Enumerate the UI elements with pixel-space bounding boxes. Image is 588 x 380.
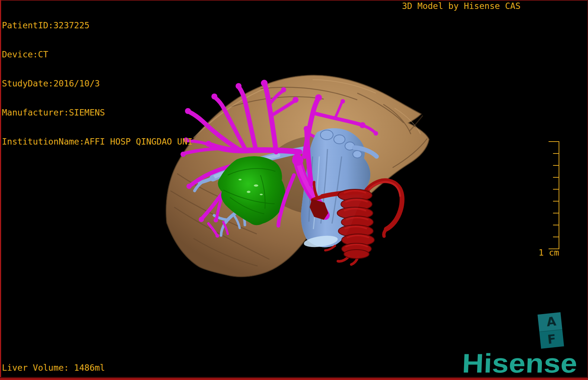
patient-id: PatientID:3237225: [2, 20, 192, 30]
manufacturer: Manufacturer:SIEMENS: [2, 108, 192, 117]
orientation-letter-anterior: A: [537, 312, 562, 332]
model-credit: 3D Model by Hisense CAS: [402, 1, 521, 11]
hisense-logo: Hisense: [461, 351, 578, 376]
liver-volume-readout: Liver Volume: 1486ml: [2, 363, 105, 373]
institution-name: InstitutionName:AFFI HOSP QINGDAO UNI: [2, 137, 192, 146]
study-date: StudyDate:2016/10/3: [2, 79, 192, 88]
orientation-marker[interactable]: A F: [537, 312, 564, 349]
patient-info-block: PatientID:3237225 Device:CT StudyDate:20…: [2, 1, 192, 166]
orientation-letter-foot: F: [539, 329, 564, 349]
scale-bar: [549, 141, 559, 249]
scale-bar-label: 1 cm: [539, 248, 559, 257]
viewer-window: PatientID:3237225 Device:CT StudyDate:20…: [0, 0, 588, 380]
device: Device:CT: [2, 50, 192, 59]
